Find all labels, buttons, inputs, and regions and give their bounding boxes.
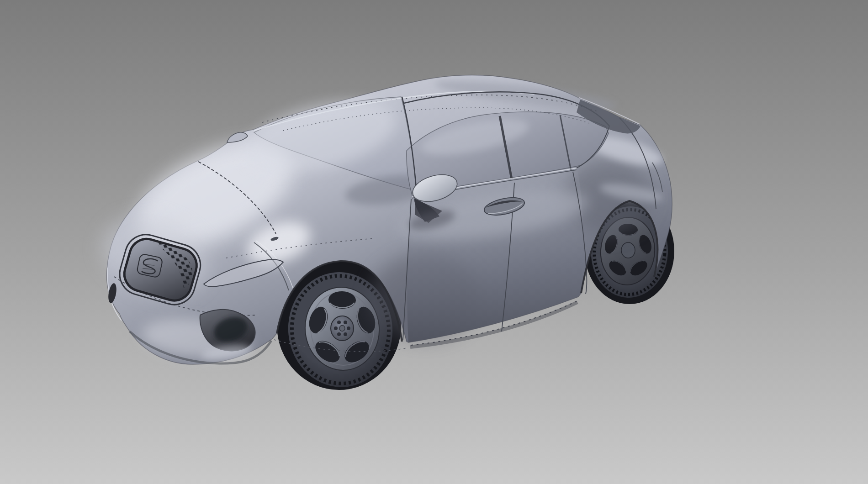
3d-viewport[interactable] — [0, 0, 868, 484]
render-canvas[interactable] — [0, 0, 868, 484]
rear-hub — [621, 242, 635, 258]
front-hub — [331, 316, 354, 341]
